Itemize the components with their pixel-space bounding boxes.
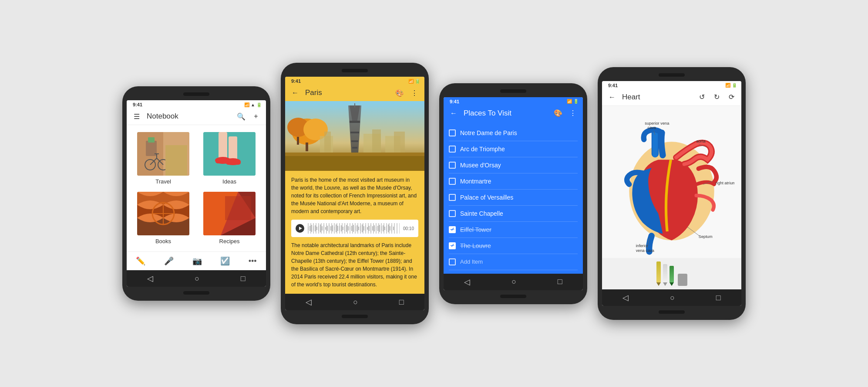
phone-top-notch-2 — [342, 69, 368, 72]
checklist-item-louvre[interactable]: ✓ The Louvre — [449, 238, 578, 254]
checklist-item-orsay[interactable]: Musee d'Orsay — [449, 157, 578, 173]
paris-palette-icon[interactable]: 🎨 — [395, 88, 404, 98]
back-nav-icon-4[interactable]: ◁ — [622, 293, 629, 302]
checklist-add-item[interactable]: Add Item — [449, 254, 578, 270]
svg-rect-72 — [350, 227, 350, 230]
search-icon[interactable]: 🔍 — [236, 112, 246, 121]
notebook-travel-thumb — [137, 132, 189, 176]
checklist-label-arc: Arc de Triomphe — [460, 146, 505, 153]
places-more-icon[interactable]: ⋮ — [568, 109, 578, 118]
checklist-item-montmartre[interactable]: Montmartre — [449, 173, 578, 190]
heart-title: Heart — [622, 93, 692, 102]
pencil-tool-2[interactable] — [663, 264, 667, 286]
recent-nav-icon[interactable]: □ — [241, 274, 246, 283]
places-palette-icon[interactable]: 🎨 — [553, 109, 563, 118]
back-nav-icon[interactable]: ◁ — [147, 274, 153, 283]
places-checklist: Notre Dame de Paris Arc de Triomphe Muse… — [444, 122, 583, 274]
svg-rect-90 — [381, 226, 382, 231]
svg-rect-43 — [372, 129, 381, 153]
home-nav-icon[interactable]: ○ — [195, 274, 199, 283]
notebook-travel[interactable]: Travel — [134, 132, 193, 185]
menu-icon[interactable]: ☰ — [132, 112, 141, 121]
notebook-ideas[interactable]: Ideas — [200, 132, 259, 185]
svg-rect-17 — [226, 160, 241, 165]
play-triangle-icon — [299, 227, 302, 230]
checkbox-eiffel[interactable]: ✓ — [449, 226, 456, 233]
status-bar-3: 9:41 📶 🔋 — [444, 97, 583, 105]
heart-undo-icon[interactable]: ↺ — [697, 92, 707, 102]
heart-drawing-area[interactable]: aorta superior vena cava right atrium in… — [602, 106, 741, 258]
svg-rect-101 — [653, 129, 658, 157]
paris-text-1: Paris is the home of the most visited ar… — [291, 176, 418, 215]
heart-redo-icon[interactable]: ↻ — [712, 92, 721, 102]
marker-tool-green[interactable] — [670, 266, 674, 286]
svg-rect-56 — [322, 226, 323, 231]
checklist-item-arc[interactable]: Arc de Triomphe — [449, 141, 578, 157]
checkbox-chapelle[interactable] — [449, 210, 456, 217]
phone-top-notch-3 — [500, 89, 526, 93]
back-nav-icon-2[interactable]: ◁ — [306, 297, 312, 307]
checklist-item-notre-dame[interactable]: Notre Dame de Paris — [449, 125, 578, 141]
play-button[interactable] — [296, 224, 304, 233]
camera-tool-icon[interactable]: 📷 — [192, 256, 202, 266]
svg-rect-76 — [357, 225, 357, 231]
heart-more-icon[interactable]: ⟳ — [727, 92, 736, 102]
recent-nav-icon-3[interactable]: □ — [558, 277, 562, 286]
svg-rect-94 — [388, 224, 389, 232]
checklist-item-versailles[interactable]: Palace of Versailles — [449, 190, 578, 206]
svg-text:Septum: Septum — [699, 234, 713, 239]
checkmark-eiffel: ✓ — [451, 227, 454, 232]
checkbox-tool-icon[interactable]: ☑️ — [220, 256, 230, 266]
places-back-icon[interactable]: ← — [449, 109, 458, 118]
paris-more-icon[interactable]: ⋮ — [410, 88, 419, 98]
heart-back-icon[interactable]: ← — [607, 92, 617, 102]
pencil-tool-icon[interactable]: ✏️ — [136, 256, 145, 266]
recipes-image — [203, 192, 256, 235]
paris-hero-image — [285, 101, 424, 171]
battery-icon-2: 🔋 — [415, 79, 420, 84]
checkbox-louvre[interactable]: ✓ — [449, 242, 456, 249]
ideas-image — [203, 132, 256, 176]
places-app-bar: ← Places To Visit 🎨 ⋮ — [444, 105, 583, 122]
pencil-tool-1[interactable] — [656, 261, 661, 286]
checkbox-versailles[interactable] — [449, 194, 456, 201]
home-nav-icon-4[interactable]: ○ — [670, 293, 675, 302]
checkbox-notre-dame[interactable] — [449, 129, 456, 136]
notebook-recipes[interactable]: Recipes — [200, 192, 259, 244]
books-image — [137, 192, 189, 235]
paris-title: Paris — [305, 88, 390, 97]
eraser-tool[interactable] — [678, 274, 687, 286]
checklist-label-versailles: Palace of Versailles — [460, 194, 513, 201]
home-nav-icon-2[interactable]: ○ — [353, 298, 358, 307]
home-nav-icon-3[interactable]: ○ — [511, 277, 516, 286]
checklist-item-eiffel[interactable]: ✓ Eiffel Tower — [449, 222, 578, 238]
svg-rect-41 — [324, 132, 331, 153]
svg-rect-55 — [320, 224, 321, 232]
recent-nav-icon-2[interactable]: □ — [399, 298, 404, 307]
checkbox-add[interactable] — [449, 258, 456, 265]
mic-tool-icon[interactable]: 🎤 — [164, 256, 174, 266]
svg-text:right atrium: right atrium — [716, 181, 734, 185]
notebook-books[interactable]: Books — [134, 192, 193, 244]
recent-nav-icon-4[interactable]: □ — [716, 293, 721, 302]
svg-rect-92 — [384, 227, 385, 230]
wifi-icon: ▲ — [251, 102, 255, 107]
svg-rect-89 — [379, 225, 380, 232]
drawing-tools-bar — [602, 258, 741, 289]
svg-rect-31 — [306, 143, 308, 151]
ideas-label: Ideas — [222, 178, 236, 185]
paris-app-bar: ← Paris 🎨 ⋮ — [285, 85, 424, 101]
status-time-1: 9:41 — [131, 102, 142, 107]
paris-back-icon[interactable]: ← — [290, 88, 300, 98]
checklist-item-chapelle[interactable]: Sainte Chapelle — [449, 206, 578, 222]
checkbox-arc[interactable] — [449, 146, 456, 153]
more-tool-icon[interactable]: ••• — [249, 257, 257, 266]
checkbox-orsay[interactable] — [449, 162, 456, 169]
add-notebook-icon[interactable]: + — [251, 112, 261, 121]
audio-player[interactable]: 00:10 — [291, 220, 418, 237]
back-nav-icon-3[interactable]: ◁ — [464, 277, 470, 287]
checkbox-montmartre[interactable] — [449, 178, 456, 185]
svg-text:superior vena: superior vena — [645, 121, 670, 126]
status-time-3: 9:41 — [448, 99, 459, 104]
notebook-title: Notebook — [147, 112, 231, 121]
